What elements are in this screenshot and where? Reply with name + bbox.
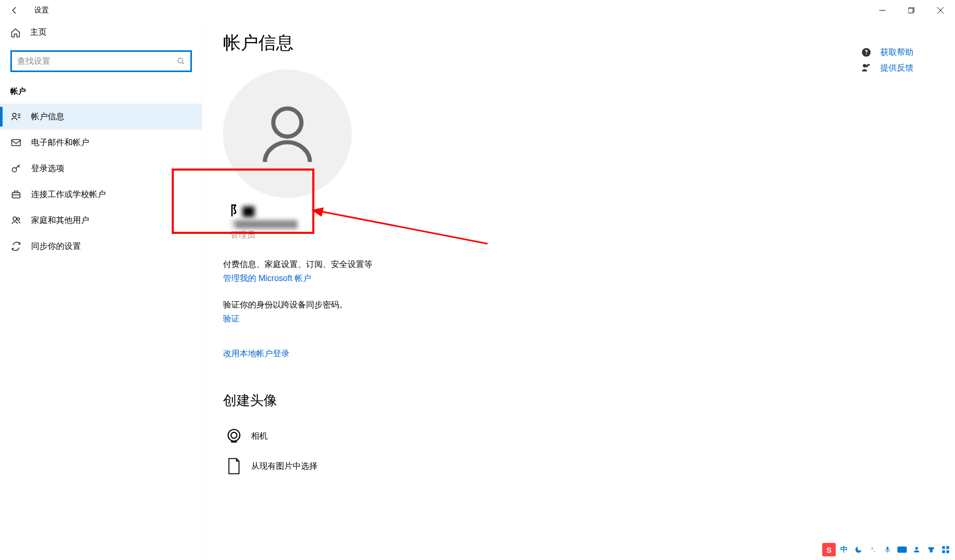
person-icon bbox=[254, 100, 321, 167]
svg-point-19 bbox=[863, 64, 866, 68]
user-role: 管理员 bbox=[230, 230, 358, 241]
nav-email-accounts[interactable]: 电子邮件和帐户 bbox=[0, 130, 202, 156]
email-icon bbox=[10, 137, 22, 148]
content-area: 帐户信息 阝▇ 2▇▇▇▇▇▇▇▇▇▇ 管理员 付费信息、家庭设置、订阅、安全设… bbox=[202, 21, 955, 560]
browse-label: 从现有图片中选择 bbox=[251, 461, 317, 472]
svg-point-29 bbox=[915, 547, 918, 550]
sync-icon bbox=[10, 241, 22, 252]
camera-icon bbox=[223, 425, 245, 447]
browse-option[interactable]: 从现有图片中选择 bbox=[223, 451, 934, 481]
svg-rect-28 bbox=[900, 551, 905, 552]
svg-rect-22 bbox=[887, 547, 889, 550]
svg-point-27 bbox=[904, 548, 905, 549]
search-input[interactable] bbox=[12, 57, 172, 66]
feedback-icon bbox=[861, 62, 872, 74]
svg-line-6 bbox=[182, 62, 184, 64]
back-button[interactable] bbox=[4, 0, 25, 21]
close-button[interactable] bbox=[926, 0, 955, 21]
titlebar: 设置 bbox=[0, 0, 955, 21]
nav-label: 同步你的设置 bbox=[31, 241, 81, 252]
user-avatar bbox=[223, 69, 352, 198]
camera-option[interactable]: 相机 bbox=[223, 421, 934, 451]
svg-point-14 bbox=[13, 217, 17, 220]
svg-rect-30 bbox=[942, 546, 945, 549]
nav-label: 登录选项 bbox=[31, 163, 64, 174]
svg-rect-31 bbox=[946, 546, 949, 549]
user-info-block: 阝▇ 2▇▇▇▇▇▇▇▇▇▇ 管理员 bbox=[223, 199, 366, 244]
avatar-heading: 创建头像 bbox=[223, 391, 934, 410]
svg-point-7 bbox=[12, 113, 16, 117]
browse-icon bbox=[223, 455, 245, 477]
nav-family-users[interactable]: 家庭和其他用户 bbox=[0, 207, 202, 233]
nav-label: 家庭和其他用户 bbox=[31, 215, 89, 226]
ime-lang-indicator[interactable]: 中 bbox=[838, 543, 850, 556]
svg-rect-13 bbox=[12, 193, 20, 198]
nav-label: 连接工作或学校帐户 bbox=[31, 189, 106, 200]
svg-rect-2 bbox=[908, 8, 913, 13]
ime-toolbox-icon[interactable] bbox=[939, 543, 952, 556]
svg-point-24 bbox=[899, 548, 900, 549]
briefcase-icon bbox=[10, 189, 22, 200]
manage-account-link[interactable]: 管理我的 Microsoft 帐户 bbox=[223, 273, 311, 284]
svg-point-25 bbox=[901, 548, 902, 549]
get-help-text: 获取帮助 bbox=[880, 47, 914, 58]
account-info-icon bbox=[10, 111, 22, 122]
svg-point-18 bbox=[231, 432, 237, 438]
billing-info-text: 付费信息、家庭设置、订阅、安全设置等 bbox=[223, 259, 934, 270]
verify-info-text: 验证你的身份以跨设备同步密码。 bbox=[223, 300, 934, 311]
svg-point-16 bbox=[273, 108, 301, 136]
window-controls bbox=[868, 0, 955, 21]
nav-work-school[interactable]: 连接工作或学校帐户 bbox=[0, 181, 202, 207]
ime-person-icon[interactable] bbox=[910, 543, 923, 556]
page-heading: 帐户信息 bbox=[223, 31, 934, 55]
svg-point-5 bbox=[178, 58, 183, 63]
nav-signin-options[interactable]: 登录选项 bbox=[0, 156, 202, 181]
svg-rect-11 bbox=[12, 139, 21, 146]
local-account-link[interactable]: 改用本地帐户登录 bbox=[223, 348, 289, 359]
people-icon bbox=[10, 215, 22, 226]
ime-skin-icon[interactable] bbox=[925, 543, 937, 556]
verify-link[interactable]: 验证 bbox=[223, 314, 240, 325]
home-label: 主页 bbox=[30, 27, 47, 38]
help-icon bbox=[861, 47, 872, 58]
titlebar-left: 设置 bbox=[0, 0, 49, 21]
search-container bbox=[0, 50, 202, 72]
nav-label: 帐户信息 bbox=[31, 111, 64, 122]
ime-taskbar: S 中 °, bbox=[819, 539, 955, 560]
maximize-icon bbox=[908, 7, 915, 13]
sidebar: 主页 帐户 帐户信息 电子邮件和帐户 bbox=[0, 21, 202, 560]
search-icon bbox=[172, 52, 190, 71]
ime-mic-icon[interactable] bbox=[881, 543, 894, 556]
search-box[interactable] bbox=[10, 50, 192, 72]
sidebar-section-title: 帐户 bbox=[0, 80, 202, 104]
feedback-link[interactable]: 提供反馈 bbox=[861, 62, 914, 74]
maximize-button[interactable] bbox=[897, 0, 926, 21]
camera-label: 相机 bbox=[251, 431, 268, 442]
minimize-icon bbox=[879, 7, 885, 13]
user-name: 阝▇ bbox=[230, 202, 358, 219]
svg-rect-33 bbox=[946, 550, 949, 553]
back-arrow-icon bbox=[10, 6, 19, 15]
svg-point-26 bbox=[902, 548, 903, 549]
ime-moon-icon[interactable] bbox=[852, 543, 865, 556]
svg-point-17 bbox=[228, 429, 240, 441]
nav-account-info[interactable]: 帐户信息 bbox=[0, 104, 202, 130]
get-help-link[interactable]: 获取帮助 bbox=[861, 47, 914, 58]
key-icon bbox=[10, 163, 22, 174]
feedback-text: 提供反馈 bbox=[880, 63, 914, 74]
close-icon bbox=[937, 7, 944, 13]
main-layout: 主页 帐户 帐户信息 电子邮件和帐户 bbox=[0, 21, 955, 560]
ime-keyboard-icon[interactable] bbox=[896, 543, 908, 556]
svg-rect-32 bbox=[942, 550, 945, 553]
nav-label: 电子邮件和帐户 bbox=[31, 137, 89, 148]
sogou-ime-icon[interactable]: S bbox=[822, 543, 836, 556]
minimize-button[interactable] bbox=[868, 0, 897, 21]
home-nav[interactable]: 主页 bbox=[0, 21, 202, 44]
svg-point-15 bbox=[17, 218, 20, 220]
user-email: 2▇▇▇▇▇▇▇▇▇▇ bbox=[230, 219, 358, 229]
window-title: 设置 bbox=[34, 6, 49, 15]
nav-sync-settings[interactable]: 同步你的设置 bbox=[0, 233, 202, 259]
home-icon bbox=[10, 27, 21, 38]
help-panel: 获取帮助 提供反馈 bbox=[861, 47, 914, 78]
ime-punct-icon[interactable]: °, bbox=[867, 543, 879, 556]
